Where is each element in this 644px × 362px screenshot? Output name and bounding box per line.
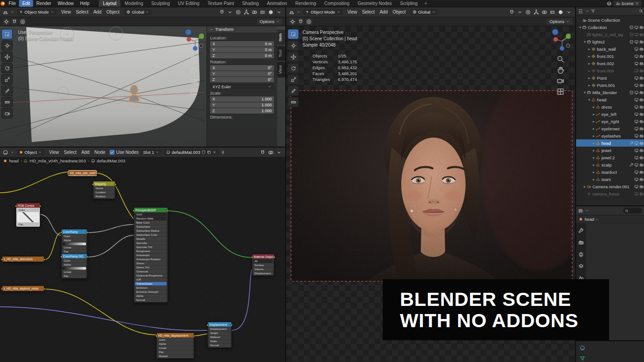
menu-view[interactable]: View bbox=[345, 9, 360, 15]
editor-type-icon[interactable] bbox=[578, 208, 583, 214]
outliner-row-scene-collection[interactable]: Scene Collection bbox=[576, 16, 644, 24]
camera2-icon[interactable] bbox=[639, 98, 644, 102]
input-socket[interactable] bbox=[155, 335, 158, 337]
camera2-icon[interactable] bbox=[639, 112, 644, 116]
node-row[interactable]: Sheen bbox=[135, 262, 167, 265]
camera2-icon[interactable] bbox=[639, 25, 644, 29]
screen-icon[interactable] bbox=[634, 148, 639, 152]
expander-icon[interactable]: ▾ bbox=[582, 40, 587, 44]
navigation-gizmo[interactable] bbox=[550, 29, 571, 52]
outliner-row-head[interactable]: ▾head bbox=[576, 96, 644, 103]
expander-icon[interactable]: ▸ bbox=[591, 119, 596, 124]
shading-solid-button[interactable] bbox=[267, 9, 274, 15]
editor-type-icon[interactable] bbox=[3, 10, 8, 15]
transform-field-x[interactable]: X0° bbox=[210, 65, 274, 71]
expander-icon[interactable]: ▸ bbox=[587, 54, 591, 58]
zoom-icon[interactable] bbox=[190, 55, 197, 63]
input-socket[interactable] bbox=[60, 256, 62, 258]
node-row[interactable]: Linear bbox=[62, 270, 86, 274]
node-row[interactable]: Height bbox=[209, 331, 231, 335]
workspace-tab-sculpting[interactable]: Sculpting bbox=[147, 0, 174, 7]
screen-icon[interactable] bbox=[634, 105, 639, 109]
camera2-icon[interactable] bbox=[639, 156, 644, 160]
filter-icon[interactable] bbox=[591, 9, 595, 13]
outliner-row-eye-right[interactable]: ▸eye_right bbox=[576, 118, 644, 125]
transform-field-z[interactable]: Z0° bbox=[210, 77, 274, 82]
transform-field-x[interactable]: X0 m bbox=[210, 41, 274, 47]
outliner-row-front-001[interactable]: ▸front.001 bbox=[576, 52, 644, 60]
viewport-canvas[interactable]: User Perspective(0) Scene Collection | h… bbox=[0, 26, 285, 147]
colorramp-gradient[interactable] bbox=[62, 267, 86, 270]
sidebar-tab-tool[interactable]: Tool bbox=[277, 46, 285, 61]
use-nodes-toggle[interactable]: Use Nodes bbox=[110, 150, 138, 155]
expander-icon[interactable]: ▸ bbox=[591, 163, 596, 167]
checkbox-icon[interactable] bbox=[630, 25, 634, 29]
node-row[interactable]: Fac bbox=[62, 274, 86, 278]
node-row[interactable]: Clearcoat bbox=[135, 270, 167, 273]
camera2-icon[interactable] bbox=[639, 163, 644, 167]
tool-measure[interactable] bbox=[1, 97, 13, 107]
node-principledbsdf[interactable]: PrincipledBSDFGGXRandom WalkBase ColorSu… bbox=[134, 207, 168, 303]
node-row[interactable]: Surface bbox=[253, 263, 273, 267]
node-row[interactable]: Fac bbox=[62, 250, 86, 253]
proportional-button[interactable] bbox=[524, 9, 532, 15]
node-row[interactable]: Volume bbox=[253, 267, 273, 271]
pan-icon[interactable] bbox=[557, 66, 564, 74]
overlays-button[interactable] bbox=[251, 9, 258, 15]
camera2-icon[interactable] bbox=[639, 148, 644, 152]
menu-window[interactable]: Window bbox=[54, 0, 77, 7]
node-canvas[interactable]: HD_mila_skin_w008MappingVectorLocationRo… bbox=[0, 157, 285, 362]
expander-icon[interactable]: ▾ bbox=[587, 98, 591, 102]
transform-field-y[interactable]: Y1.000 bbox=[210, 102, 274, 108]
node-row[interactable]: Color bbox=[158, 338, 193, 342]
magnet-button[interactable] bbox=[508, 9, 515, 15]
node-row[interactable]: Normal bbox=[209, 343, 231, 347]
node-hd-mila-skin-w008[interactable]: HD_mila_skin_w008 bbox=[68, 170, 97, 176]
camera2-icon[interactable] bbox=[639, 83, 644, 87]
search-icon[interactable] bbox=[639, 9, 643, 13]
pan-icon[interactable] bbox=[190, 66, 197, 74]
outliner-row-eye-left[interactable]: ▸eye_left bbox=[576, 110, 644, 118]
transform-field-y[interactable]: Y0 m bbox=[210, 47, 274, 52]
workspace-tab-texture-paint[interactable]: Texture Paint bbox=[203, 0, 238, 7]
menu-view[interactable]: View bbox=[59, 9, 73, 15]
magnet-button[interactable] bbox=[218, 9, 226, 15]
tool-measure[interactable] bbox=[288, 97, 299, 107]
screen-icon[interactable] bbox=[634, 83, 639, 87]
node-z-hd-mila-skincolors[interactable]: z_HD_mila_skincolors bbox=[2, 256, 44, 262]
tool-select-box[interactable] bbox=[1, 29, 13, 39]
output-socket[interactable] bbox=[43, 288, 45, 290]
output-socket[interactable] bbox=[231, 324, 233, 326]
transform-panel-header[interactable]: Transform bbox=[207, 26, 277, 33]
node-rgb-curves[interactable]: RGB CurvesColorFac bbox=[16, 203, 40, 227]
camera2-icon[interactable] bbox=[639, 54, 644, 58]
xray-button[interactable] bbox=[259, 9, 266, 15]
overlays-button[interactable] bbox=[267, 149, 274, 156]
node-row[interactable]: Color bbox=[17, 208, 39, 212]
node-row[interactable]: Subsurface Color bbox=[135, 233, 167, 237]
node-row[interactable]: Subsurface bbox=[135, 225, 167, 229]
node-row[interactable]: Alpha bbox=[135, 294, 167, 298]
expander-icon[interactable]: ▸ bbox=[587, 47, 591, 51]
expander-icon[interactable]: ▾ bbox=[578, 25, 582, 29]
corner-tab-material[interactable] bbox=[578, 344, 586, 352]
node-row[interactable]: Random Walk bbox=[135, 217, 167, 220]
menu-select[interactable]: Select bbox=[73, 9, 91, 15]
shader-type-selector[interactable]: Object bbox=[17, 149, 44, 155]
input-socket[interactable] bbox=[67, 172, 69, 175]
rotation-mode-dropdown[interactable]: XYZ Euler bbox=[210, 84, 274, 90]
expander-icon[interactable]: ▸ bbox=[587, 76, 591, 80]
node-row[interactable]: Alpha bbox=[62, 263, 86, 267]
menu-add[interactable]: Add bbox=[79, 149, 92, 155]
node-row[interactable]: Flat bbox=[158, 350, 193, 354]
tool-annotate[interactable] bbox=[1, 86, 13, 96]
tool-rotate[interactable] bbox=[288, 63, 299, 73]
outliner-row-lights-1-red-bg[interactable]: lights_1_red_bg bbox=[576, 31, 644, 38]
node-row[interactable]: Color bbox=[62, 259, 86, 262]
menu-object[interactable]: Object bbox=[104, 9, 122, 15]
expander-icon[interactable]: ▸ bbox=[591, 170, 596, 174]
properties-tab-output[interactable] bbox=[577, 251, 585, 258]
output-socket[interactable] bbox=[167, 210, 169, 212]
navigation-gizmo[interactable] bbox=[183, 29, 204, 52]
camera2-icon[interactable] bbox=[639, 141, 644, 145]
